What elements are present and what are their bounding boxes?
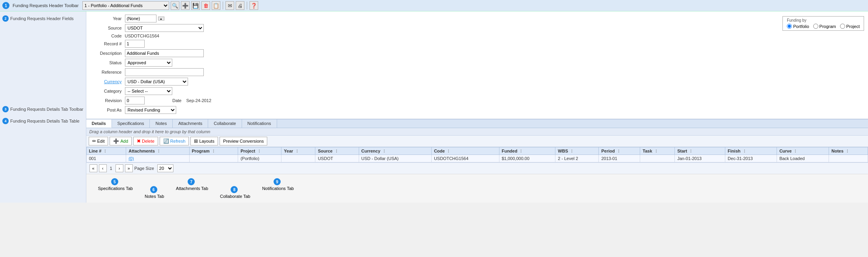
sort-period[interactable]: ⋮ — [617, 149, 620, 153]
attachments-link[interactable]: (0) — [129, 156, 134, 161]
year-input[interactable] — [125, 15, 156, 22]
toolbar-separator — [223, 2, 223, 9]
right-form: Funding by Portfolio Program — [775, 15, 864, 115]
anno-label-3: Funding Requests Details Tab Toolbar — [10, 107, 84, 112]
layouts-button[interactable]: ⊞ Layouts — [190, 137, 218, 145]
search-button[interactable]: 🔍 — [171, 1, 179, 10]
funding-by-program-radio[interactable] — [813, 24, 818, 29]
callout-notes: 6 Notes Tab — [145, 186, 164, 199]
code-label: Code — [90, 34, 122, 38]
tab-collaborate[interactable]: Collaborate — [208, 119, 242, 128]
email-button[interactable]: ✉ — [225, 1, 234, 10]
funding-by-project[interactable]: Project — [840, 24, 860, 29]
callout-label-9: Notifications Tab — [262, 186, 294, 191]
cell-attachments: (0) — [126, 155, 189, 162]
sort-wbs[interactable]: ⋮ — [570, 149, 574, 153]
copy-button[interactable]: 📋 — [212, 1, 220, 10]
code-value: USDOTCHG1564 — [125, 34, 159, 38]
tab-notifications[interactable]: Notifications — [242, 119, 277, 128]
callout-label-7: Attachments Tab — [176, 186, 208, 191]
add-button[interactable]: ➕ — [181, 1, 190, 10]
prev-page-button[interactable]: ‹ — [99, 164, 107, 172]
callout-collaborate: 8 Collaborate Tab — [220, 186, 250, 199]
cell-source: USDOT — [315, 155, 359, 162]
anno-header-fields: 2 Funding Requests Header Fields — [2, 15, 84, 22]
funding-by-portfolio[interactable]: Portfolio — [787, 24, 809, 29]
funding-by-program[interactable]: Program — [813, 24, 836, 29]
source-row: Source USDOT — [90, 24, 767, 32]
sort-curve[interactable]: ⋮ — [793, 149, 797, 153]
sort-code[interactable]: ⋮ — [447, 149, 450, 153]
description-input[interactable] — [125, 49, 204, 57]
cell-project: (Portfolio) — [238, 155, 281, 162]
delete-detail-button[interactable]: ✖ Delete — [133, 137, 158, 145]
currency-select[interactable]: USD - Dollar (USA) — [125, 78, 188, 86]
delete-button[interactable]: 🗑 — [201, 1, 210, 10]
sort-source[interactable]: ⋮ — [335, 149, 338, 153]
currency-link[interactable]: Currency — [104, 79, 122, 84]
sort-task[interactable]: ⋮ — [654, 149, 658, 153]
record-selector[interactable]: 1 - Portfolio - Additional Funds — [82, 1, 169, 10]
page-size-select[interactable]: 20 50 100 — [157, 164, 173, 172]
form-header: Year ▲ Source USDOT Code USDOTCHG1564 — [86, 11, 868, 119]
table-header-row: Line # ⋮ Attachments ⋮ Program ⋮ Project… — [86, 147, 868, 155]
help-button[interactable]: ❓ — [250, 1, 258, 10]
first-page-button[interactable]: « — [89, 164, 97, 172]
cell-currency: USD - Dollar (USA) — [359, 155, 431, 162]
details-tab-toolbar: ✏ Edit ➕ Add ✖ Delete 🔄 — [86, 136, 868, 147]
next-page-button[interactable]: › — [115, 164, 123, 172]
add-detail-button[interactable]: ➕ Add — [110, 137, 132, 145]
sort-year[interactable]: ⋮ — [295, 149, 299, 153]
print-button[interactable]: 🖨 — [236, 1, 244, 10]
source-select[interactable]: USDOT — [125, 24, 204, 32]
drag-hint: Drag a column header and drop it here to… — [86, 128, 868, 136]
sort-attachments[interactable]: ⋮ — [157, 149, 160, 153]
tab-details[interactable]: Details — [86, 119, 112, 128]
sort-project[interactable]: ⋮ — [257, 149, 261, 153]
last-page-button[interactable]: » — [125, 164, 133, 172]
anno-label-4: Funding Requests Details Tab Table — [10, 119, 80, 123]
year-row: Year ▲ — [90, 15, 767, 22]
sort-start[interactable]: ⋮ — [689, 149, 693, 153]
callout-badge-7: 7 — [188, 178, 195, 185]
col-line: Line # ⋮ — [86, 147, 126, 155]
funding-by-project-radio[interactable] — [840, 24, 845, 29]
sort-program[interactable]: ⋮ — [212, 149, 215, 153]
funding-by-title: Funding by — [787, 18, 860, 22]
post-as-row: Post As Revised Funding — [90, 106, 767, 114]
refresh-button[interactable]: 🔄 Refresh — [160, 137, 189, 145]
callout-badge-6: 6 — [150, 186, 157, 193]
tabs-container: Details Specifications Notes Attachments… — [86, 119, 868, 174]
year-spinner-up[interactable]: ▲ — [158, 17, 164, 20]
table-row[interactable]: 001 (0) (Portfolio) USDOT USD - Dollar (… — [86, 155, 868, 162]
tab-attachments[interactable]: Attachments — [173, 119, 208, 128]
col-funded: Funded ⋮ — [499, 147, 555, 155]
funding-by-portfolio-radio[interactable] — [787, 24, 792, 29]
cell-period: 2013-01 — [599, 155, 640, 162]
callout-label-8: Collaborate Tab — [220, 194, 250, 199]
post-as-select[interactable]: Revised Funding — [125, 106, 176, 114]
add-icon: ➕ — [113, 138, 119, 144]
delete-label: Delete — [142, 139, 155, 143]
category-select[interactable]: -- Select -- — [125, 87, 172, 95]
record-input[interactable] — [125, 40, 145, 48]
save-button[interactable]: 💾 — [191, 1, 200, 10]
sort-notes[interactable]: ⋮ — [846, 149, 849, 153]
tabs-bar: Details Specifications Notes Attachments… — [86, 119, 868, 128]
sort-finish[interactable]: ⋮ — [743, 149, 746, 153]
preview-button[interactable]: Preview Conversions — [220, 137, 267, 145]
callout-label-5: Specifications Tab — [98, 186, 133, 191]
sort-currency[interactable]: ⋮ — [382, 149, 386, 153]
tab-specifications[interactable]: Specifications — [112, 119, 150, 128]
reference-input[interactable] — [125, 68, 204, 76]
sort-funded[interactable]: ⋮ — [519, 149, 523, 153]
sort-line[interactable]: ⋮ — [103, 149, 107, 153]
tab-notes[interactable]: Notes — [150, 119, 173, 128]
col-source: Source ⋮ — [315, 147, 359, 155]
status-select[interactable]: Approved — [125, 59, 172, 67]
currency-row: Currency USD - Dollar (USA) — [90, 78, 767, 86]
edit-button[interactable]: ✏ Edit — [89, 137, 108, 145]
left-form-fields: Year ▲ Source USDOT Code USDOTCHG1564 — [90, 15, 767, 115]
callout-attachments: 7 Attachments Tab — [176, 178, 208, 191]
revision-input[interactable] — [125, 97, 145, 104]
